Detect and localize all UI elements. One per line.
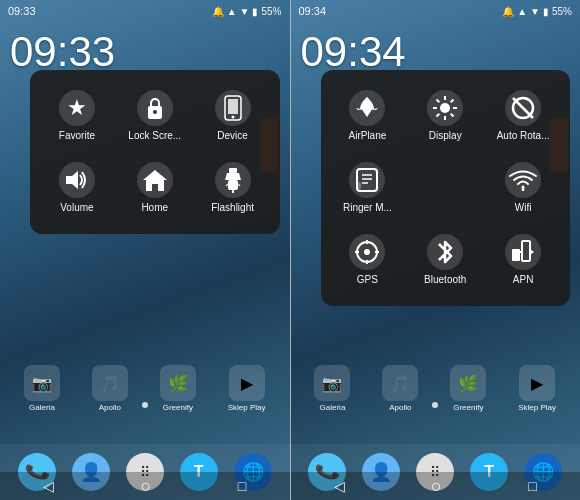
svg-line-21 bbox=[437, 114, 440, 117]
svg-rect-3 bbox=[228, 99, 238, 114]
nav-home-left[interactable]: ○ bbox=[141, 476, 152, 497]
page-dot-left bbox=[142, 402, 148, 408]
status-time-right: 09:34 bbox=[299, 5, 327, 17]
apn-label: APN bbox=[513, 274, 534, 286]
menu-item-bluetooth[interactable]: Bluetooth bbox=[408, 228, 482, 292]
home-label: Home bbox=[141, 202, 168, 214]
status-bar-right: 09:34 🔔 ▲ ▼ ▮ 55% bbox=[291, 0, 581, 22]
menu-item-favorite[interactable]: ★ Favorite bbox=[40, 84, 114, 148]
status-bar-left: 09:33 🔔 ▲ ▼ ▮ 55% bbox=[0, 0, 290, 22]
battery-pct-right: 55% bbox=[552, 6, 572, 17]
svg-rect-9 bbox=[228, 180, 238, 190]
autorotate-label: Auto Rota... bbox=[497, 130, 550, 142]
svg-point-13 bbox=[440, 103, 450, 113]
app-greenify-icon-right[interactable]: 🌿 bbox=[450, 365, 486, 401]
app-apollo-icon-right[interactable]: 🎵 bbox=[382, 365, 418, 401]
notification-icon-left: 🔔 bbox=[212, 6, 224, 17]
nav-back-right[interactable]: ◁ bbox=[334, 478, 345, 494]
nav-back-left[interactable]: ◁ bbox=[43, 478, 54, 494]
app-galeria-icon-right[interactable]: 📷 bbox=[314, 365, 350, 401]
svg-line-19 bbox=[451, 114, 454, 117]
svg-line-11 bbox=[226, 184, 228, 186]
svg-line-12 bbox=[238, 184, 240, 186]
app-sklep-icon-right[interactable]: ▶ bbox=[519, 365, 555, 401]
favorite-label: Favorite bbox=[59, 130, 95, 142]
nav-recent-left[interactable]: □ bbox=[238, 478, 246, 494]
app-apollo-icon-left[interactable]: 🎵 bbox=[92, 365, 128, 401]
wifi-label: Wifi bbox=[515, 202, 532, 214]
big-clock-right: 09:34 bbox=[301, 28, 406, 76]
svg-point-1 bbox=[153, 110, 157, 114]
menu-item-device[interactable]: Device bbox=[196, 84, 270, 148]
lockscreen-label: Lock Scre... bbox=[128, 130, 181, 142]
menu-item-lockscreen[interactable]: Lock Scre... bbox=[118, 84, 192, 148]
home-icon bbox=[137, 162, 173, 198]
notification-icon-right: 🔔 bbox=[502, 6, 514, 17]
menu-item-display[interactable]: Display bbox=[408, 84, 482, 148]
quick-menu-right: AirPlane Display bbox=[321, 70, 571, 306]
flashlight-label: Flashlight bbox=[211, 202, 254, 214]
quick-menu-left: ★ Favorite Lock Scre... bbox=[30, 70, 280, 234]
menu-item-volume[interactable]: Volume bbox=[40, 156, 114, 220]
nav-recent-right[interactable]: □ bbox=[528, 478, 536, 494]
autorotate-icon bbox=[505, 90, 541, 126]
device-icon bbox=[215, 90, 251, 126]
app-greenify-label-left: Greenify bbox=[163, 403, 193, 412]
svg-marker-8 bbox=[225, 173, 241, 180]
gps-icon bbox=[349, 234, 385, 270]
big-clock-left: 09:33 bbox=[10, 28, 115, 76]
battery-icon-right: ▮ bbox=[543, 6, 549, 17]
wifi-icon bbox=[505, 162, 541, 198]
flashlight-icon bbox=[215, 162, 251, 198]
status-icons-right: 🔔 ▲ ▼ ▮ 55% bbox=[502, 6, 572, 17]
menu-item-ringer[interactable]: Ringer M... bbox=[331, 156, 405, 220]
airplane-icon bbox=[349, 90, 385, 126]
volume-label: Volume bbox=[60, 202, 93, 214]
svg-point-31 bbox=[364, 249, 370, 255]
app-greenify-label-right: Greenify bbox=[453, 403, 483, 412]
display-label: Display bbox=[429, 130, 462, 142]
battery-pct-left: 55% bbox=[261, 6, 281, 17]
wifi-status-icon-right: ▼ bbox=[530, 6, 540, 17]
ringer-icon bbox=[349, 162, 385, 198]
menu-grid-right: AirPlane Display bbox=[331, 84, 561, 292]
ringer-label: Ringer M... bbox=[343, 202, 392, 214]
svg-rect-36 bbox=[512, 249, 520, 261]
menu-item-airplane[interactable]: AirPlane bbox=[331, 84, 405, 148]
svg-marker-39 bbox=[530, 249, 534, 255]
signal-icon-right: ▲ bbox=[517, 6, 527, 17]
wifi-status-icon-left: ▼ bbox=[240, 6, 250, 17]
menu-item-wifi[interactable]: Wifi bbox=[486, 156, 560, 220]
menu-item-flashlight[interactable]: Flashlight bbox=[196, 156, 270, 220]
svg-marker-5 bbox=[66, 171, 78, 189]
nav-bar-left: ◁ ○ □ bbox=[0, 472, 290, 500]
app-apollo-label-right: Apollo bbox=[389, 403, 411, 412]
svg-line-20 bbox=[451, 100, 454, 103]
signal-icon-left: ▲ bbox=[227, 6, 237, 17]
lockscreen-icon bbox=[137, 90, 173, 126]
display-icon bbox=[427, 90, 463, 126]
app-sklep-label-right: Sklep Play bbox=[518, 403, 556, 412]
app-greenify-icon-left[interactable]: 🌿 bbox=[160, 365, 196, 401]
bluetooth-label: Bluetooth bbox=[424, 274, 466, 286]
device-label: Device bbox=[217, 130, 248, 142]
page-dot-right bbox=[432, 402, 438, 408]
gps-label: GPS bbox=[357, 274, 378, 286]
app-galeria-label-right: Galeria bbox=[320, 403, 346, 412]
nav-home-right[interactable]: ○ bbox=[431, 476, 442, 497]
app-galeria-label-left: Galeria bbox=[29, 403, 55, 412]
menu-item-gps[interactable]: GPS bbox=[331, 228, 405, 292]
menu-item-apn[interactable]: APN bbox=[486, 228, 560, 292]
app-sklep-label-left: Sklep Play bbox=[228, 403, 266, 412]
bluetooth-icon bbox=[427, 234, 463, 270]
app-sklep-icon-left[interactable]: ▶ bbox=[229, 365, 265, 401]
menu-item-autorotate[interactable]: Auto Rota... bbox=[486, 84, 560, 148]
screen-right: 09:34 🔔 ▲ ▼ ▮ 55% 09:34 AirPlane bbox=[291, 0, 581, 500]
battery-icon-left: ▮ bbox=[252, 6, 258, 17]
volume-icon bbox=[59, 162, 95, 198]
svg-marker-28 bbox=[357, 181, 361, 189]
app-galeria-icon-left[interactable]: 📷 bbox=[24, 365, 60, 401]
screen-left: 09:33 🔔 ▲ ▼ ▮ 55% 09:33 ★ Favorite bbox=[0, 0, 290, 500]
menu-item-home[interactable]: Home bbox=[118, 156, 192, 220]
svg-line-18 bbox=[437, 100, 440, 103]
